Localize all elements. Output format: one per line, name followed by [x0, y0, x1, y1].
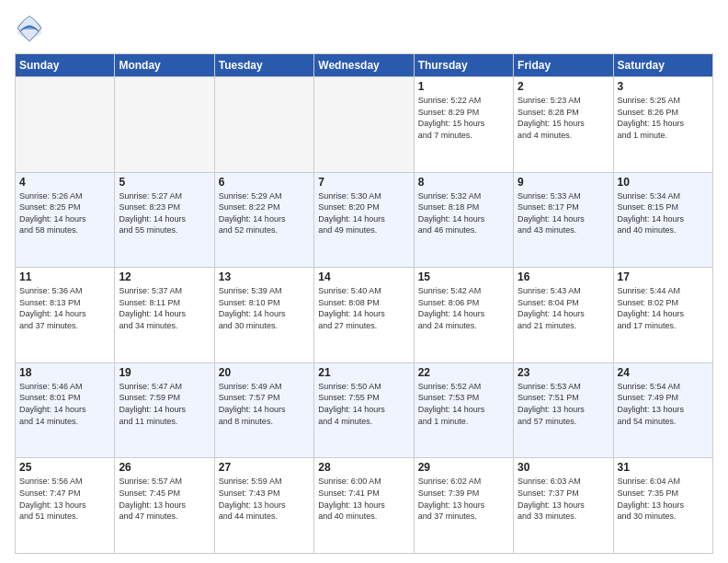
calendar-cell [16, 77, 115, 173]
day-info: Sunrise: 5:25 AM Sunset: 8:26 PM Dayligh… [618, 95, 709, 141]
day-number: 18 [19, 366, 110, 379]
calendar-cell: 12Sunrise: 5:37 AM Sunset: 8:11 PM Dayli… [115, 268, 214, 363]
day-number: 31 [618, 461, 709, 474]
calendar-cell: 9Sunrise: 5:33 AM Sunset: 8:17 PM Daylig… [514, 172, 613, 268]
day-info: Sunrise: 5:50 AM Sunset: 7:55 PM Dayligh… [318, 381, 409, 427]
calendar-cell: 16Sunrise: 5:43 AM Sunset: 8:04 PM Dayli… [514, 268, 613, 363]
calendar-cell: 13Sunrise: 5:39 AM Sunset: 8:10 PM Dayli… [214, 268, 313, 363]
day-number: 11 [19, 270, 110, 283]
calendar-cell: 15Sunrise: 5:42 AM Sunset: 8:06 PM Dayli… [414, 268, 513, 363]
calendar-cell: 28Sunrise: 6:00 AM Sunset: 7:41 PM Dayli… [314, 458, 414, 554]
day-info: Sunrise: 5:34 AM Sunset: 8:15 PM Dayligh… [618, 190, 709, 236]
day-info: Sunrise: 5:43 AM Sunset: 8:04 PM Dayligh… [518, 285, 609, 331]
calendar-cell: 3Sunrise: 5:25 AM Sunset: 8:26 PM Daylig… [613, 77, 712, 173]
day-info: Sunrise: 5:27 AM Sunset: 8:23 PM Dayligh… [119, 190, 210, 236]
calendar-cell: 6Sunrise: 5:29 AM Sunset: 8:22 PM Daylig… [214, 172, 313, 268]
day-info: Sunrise: 5:26 AM Sunset: 8:25 PM Dayligh… [19, 190, 110, 236]
week-row-2: 4Sunrise: 5:26 AM Sunset: 8:25 PM Daylig… [16, 172, 713, 268]
day-info: Sunrise: 6:04 AM Sunset: 7:35 PM Dayligh… [618, 476, 709, 522]
calendar-cell [115, 77, 214, 173]
day-number: 24 [618, 366, 709, 379]
day-number: 23 [518, 366, 609, 379]
day-number: 3 [618, 80, 709, 93]
day-info: Sunrise: 5:46 AM Sunset: 8:01 PM Dayligh… [19, 381, 110, 427]
weekday-header-saturday: Saturday [613, 54, 712, 77]
day-info: Sunrise: 5:53 AM Sunset: 7:51 PM Dayligh… [518, 381, 609, 427]
day-info: Sunrise: 5:42 AM Sunset: 8:06 PM Dayligh… [418, 285, 509, 331]
day-number: 29 [418, 461, 509, 474]
calendar-cell: 5Sunrise: 5:27 AM Sunset: 8:23 PM Daylig… [115, 172, 214, 268]
day-number: 4 [19, 176, 110, 189]
day-info: Sunrise: 5:29 AM Sunset: 8:22 PM Dayligh… [219, 190, 310, 236]
day-number: 1 [418, 80, 509, 93]
day-info: Sunrise: 5:44 AM Sunset: 8:02 PM Dayligh… [618, 285, 709, 331]
calendar-cell: 14Sunrise: 5:40 AM Sunset: 8:08 PM Dayli… [314, 268, 414, 363]
calendar-cell: 27Sunrise: 5:59 AM Sunset: 7:43 PM Dayli… [214, 458, 313, 554]
day-info: Sunrise: 5:57 AM Sunset: 7:45 PM Dayligh… [119, 476, 210, 522]
day-number: 13 [219, 270, 310, 283]
logo-icon [15, 15, 44, 44]
day-number: 8 [418, 176, 509, 189]
day-number: 9 [518, 176, 609, 189]
calendar-cell [214, 77, 313, 173]
day-info: Sunrise: 5:32 AM Sunset: 8:18 PM Dayligh… [418, 190, 509, 236]
day-info: Sunrise: 5:37 AM Sunset: 8:11 PM Dayligh… [119, 285, 210, 331]
calendar-cell: 21Sunrise: 5:50 AM Sunset: 7:55 PM Dayli… [314, 362, 414, 458]
day-info: Sunrise: 6:03 AM Sunset: 7:37 PM Dayligh… [518, 476, 609, 522]
day-number: 30 [518, 461, 609, 474]
day-info: Sunrise: 6:00 AM Sunset: 7:41 PM Dayligh… [318, 476, 409, 522]
day-number: 2 [518, 80, 609, 93]
weekday-header-tuesday: Tuesday [214, 54, 313, 77]
calendar-cell: 20Sunrise: 5:49 AM Sunset: 7:57 PM Dayli… [214, 362, 313, 458]
day-info: Sunrise: 5:47 AM Sunset: 7:59 PM Dayligh… [119, 381, 210, 427]
day-number: 22 [418, 366, 509, 379]
weekday-header-monday: Monday [115, 54, 214, 77]
day-number: 14 [318, 270, 409, 283]
calendar-cell: 23Sunrise: 5:53 AM Sunset: 7:51 PM Dayli… [514, 362, 613, 458]
day-number: 27 [219, 461, 310, 474]
day-info: Sunrise: 5:30 AM Sunset: 8:20 PM Dayligh… [318, 190, 409, 236]
day-info: Sunrise: 5:59 AM Sunset: 7:43 PM Dayligh… [219, 476, 310, 522]
calendar-cell [314, 77, 414, 173]
logo [15, 15, 48, 44]
day-info: Sunrise: 6:02 AM Sunset: 7:39 PM Dayligh… [418, 476, 509, 522]
calendar-cell: 10Sunrise: 5:34 AM Sunset: 8:15 PM Dayli… [613, 172, 712, 268]
week-row-3: 11Sunrise: 5:36 AM Sunset: 8:13 PM Dayli… [16, 268, 713, 363]
calendar-cell: 22Sunrise: 5:52 AM Sunset: 7:53 PM Dayli… [414, 362, 513, 458]
day-number: 26 [119, 461, 210, 474]
page: SundayMondayTuesdayWednesdayThursdayFrid… [0, 0, 728, 563]
day-number: 25 [19, 461, 110, 474]
calendar-cell: 26Sunrise: 5:57 AM Sunset: 7:45 PM Dayli… [115, 458, 214, 554]
day-number: 10 [618, 176, 709, 189]
day-info: Sunrise: 5:49 AM Sunset: 7:57 PM Dayligh… [219, 381, 310, 427]
calendar-cell: 30Sunrise: 6:03 AM Sunset: 7:37 PM Dayli… [514, 458, 613, 554]
calendar-cell: 24Sunrise: 5:54 AM Sunset: 7:49 PM Dayli… [613, 362, 712, 458]
calendar-cell: 25Sunrise: 5:56 AM Sunset: 7:47 PM Dayli… [16, 458, 115, 554]
weekday-header-sunday: Sunday [16, 54, 115, 77]
header [15, 15, 713, 44]
day-number: 5 [119, 176, 210, 189]
day-info: Sunrise: 5:56 AM Sunset: 7:47 PM Dayligh… [19, 476, 110, 522]
week-row-5: 25Sunrise: 5:56 AM Sunset: 7:47 PM Dayli… [16, 458, 713, 554]
day-number: 17 [618, 270, 709, 283]
day-number: 6 [219, 176, 310, 189]
calendar-cell: 4Sunrise: 5:26 AM Sunset: 8:25 PM Daylig… [16, 172, 115, 268]
calendar-cell: 2Sunrise: 5:23 AM Sunset: 8:28 PM Daylig… [514, 77, 613, 173]
weekday-header-thursday: Thursday [414, 54, 513, 77]
calendar-cell: 17Sunrise: 5:44 AM Sunset: 8:02 PM Dayli… [613, 268, 712, 363]
weekday-header-row: SundayMondayTuesdayWednesdayThursdayFrid… [16, 54, 713, 77]
day-info: Sunrise: 5:33 AM Sunset: 8:17 PM Dayligh… [518, 190, 609, 236]
day-number: 21 [318, 366, 409, 379]
calendar-cell: 1Sunrise: 5:22 AM Sunset: 8:29 PM Daylig… [414, 77, 513, 173]
week-row-1: 1Sunrise: 5:22 AM Sunset: 8:29 PM Daylig… [16, 77, 713, 173]
day-number: 15 [418, 270, 509, 283]
calendar-cell: 7Sunrise: 5:30 AM Sunset: 8:20 PM Daylig… [314, 172, 414, 268]
day-info: Sunrise: 5:23 AM Sunset: 8:28 PM Dayligh… [518, 95, 609, 141]
day-number: 20 [219, 366, 310, 379]
day-number: 12 [119, 270, 210, 283]
weekday-header-friday: Friday [514, 54, 613, 77]
calendar-cell: 29Sunrise: 6:02 AM Sunset: 7:39 PM Dayli… [414, 458, 513, 554]
week-row-4: 18Sunrise: 5:46 AM Sunset: 8:01 PM Dayli… [16, 362, 713, 458]
weekday-header-wednesday: Wednesday [314, 54, 414, 77]
calendar-cell: 31Sunrise: 6:04 AM Sunset: 7:35 PM Dayli… [613, 458, 712, 554]
